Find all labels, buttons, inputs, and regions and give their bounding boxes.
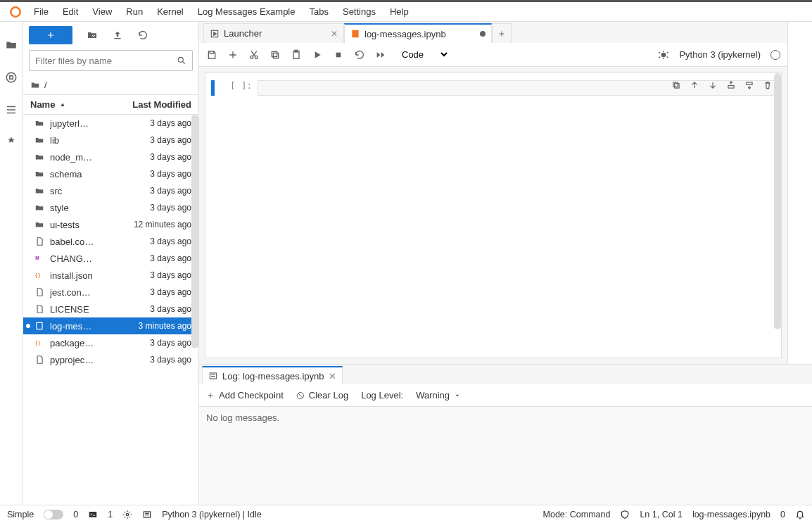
file-row[interactable]: ui-tests12 minutes ago [23,216,198,233]
svg-rect-17 [273,53,278,58]
cell-type-select[interactable]: Code [396,47,450,62]
settings-icon[interactable] [122,510,132,519]
folder-icon[interactable] [5,39,18,51]
new-launcher-button[interactable] [29,26,72,44]
file-name[interactable]: log-messages.ipynb [692,510,770,519]
close-icon[interactable]: ✕ [329,371,336,382]
menu-file[interactable]: File [27,4,56,20]
file-modified: 3 days ago [114,287,191,297]
refresh-icon[interactable] [137,30,148,41]
kernel-status-icon[interactable] [770,50,780,60]
delete-icon[interactable] [763,80,773,90]
svg-rect-21 [336,52,341,57]
running-icon[interactable] [5,71,18,84]
file-name: schema [50,169,114,179]
upload-icon[interactable] [112,30,123,41]
menu-tabs[interactable]: Tabs [303,4,336,20]
log-level-select[interactable]: Warning [416,390,461,401]
bug-icon[interactable] [658,49,669,61]
tab-notebook[interactable]: log-messages.ipynb [344,23,492,43]
file-row[interactable]: jupyterl…3 days ago [23,115,198,132]
simple-toggle[interactable] [44,510,63,519]
file-row[interactable]: jest.con…3 days ago [23,284,198,301]
add-checkpoint-button[interactable]: Add Checkpoint [206,390,284,401]
insert-below-icon[interactable] [744,80,754,90]
kernels-count[interactable]: 1 [108,510,113,519]
tab-launcher[interactable]: Launcher ✕ [203,23,344,43]
bell-icon[interactable] [795,510,805,519]
notebook-panel: Launcher ✕ log-messages.ipynb [199,22,788,364]
column-name-label[interactable]: Name [30,99,55,110]
log-tab[interactable]: Log: log-messages.ipynb ✕ [202,366,343,384]
terminals-count[interactable]: 0 [73,510,78,519]
filter-input[interactable] [35,56,177,66]
menu-kernel[interactable]: Kernel [150,4,191,20]
running-dot-icon [26,121,30,125]
copy-icon[interactable] [269,49,281,61]
mode-label[interactable]: Mode: Command [543,510,611,519]
menu-view[interactable]: View [85,4,119,20]
add-cell-icon[interactable] [227,49,239,61]
menu-help[interactable]: Help [383,4,416,20]
column-modified-label[interactable]: Last Modified [107,99,191,110]
scrollbar[interactable] [191,115,198,348]
menu-log-messages-example[interactable]: Log Messages Example [191,4,303,20]
running-dot-icon [26,358,30,362]
move-up-icon[interactable] [690,80,699,90]
activity-bar [0,22,23,505]
add-tab-button[interactable] [492,23,512,43]
menu-settings[interactable]: Settings [336,4,383,20]
fast-forward-icon[interactable] [375,49,386,61]
notification-count[interactable]: 0 [780,510,785,519]
file-row[interactable]: node_m…3 days ago [23,149,198,165]
notebook-toolbar: Code Python 3 (ipykernel) [199,43,787,67]
cursor-position[interactable]: Ln 1, Col 1 [640,510,682,519]
scrollbar[interactable] [774,73,781,329]
file-row[interactable]: style3 days ago [23,199,198,216]
tab-label: Launcher [224,28,262,39]
kernel-name[interactable]: Python 3 (ipykernel) [679,49,761,60]
log-empty-message: No log messages. [206,412,279,423]
kernel-status[interactable]: Python 3 (ipykernel) | Idle [162,510,262,519]
new-folder-icon[interactable] [87,30,98,41]
terminal-icon[interactable] [88,510,98,519]
stop-icon[interactable] [333,49,344,61]
svg-line-34 [298,393,303,398]
file-row[interactable]: MCHANG…3 days ago [23,250,198,267]
trust-icon[interactable] [620,510,630,519]
move-down-icon[interactable] [708,80,718,90]
file-filter[interactable] [29,50,193,71]
right-activity-bar [788,22,812,364]
file-row[interactable]: schema3 days ago [23,165,198,182]
file-row[interactable]: src3 days ago [23,182,198,199]
file-row[interactable]: { }install.json3 days ago [23,267,198,284]
toc-icon[interactable] [5,103,18,116]
running-dot-icon [26,138,30,142]
file-list-header: Name Last Modified [23,95,198,115]
sort-asc-icon[interactable] [59,101,66,108]
insert-above-icon[interactable] [726,80,736,90]
markdown-icon: M [34,253,44,263]
paste-icon[interactable] [291,49,302,61]
close-icon[interactable]: ✕ [331,29,338,39]
cut-icon[interactable] [248,49,260,61]
duplicate-icon[interactable] [671,80,681,90]
run-icon[interactable] [312,49,323,61]
breadcrumb[interactable]: / [23,75,198,95]
menu-edit[interactable]: Edit [56,4,85,20]
log-body: No log messages. [199,407,812,505]
restart-icon[interactable] [354,49,365,61]
menu-run[interactable]: Run [119,4,150,20]
svg-rect-14 [210,51,213,53]
extensions-icon[interactable] [5,136,18,149]
file-row[interactable]: pyprojec…3 days ago [23,351,198,368]
file-row[interactable]: lib3 days ago [23,132,198,149]
json-icon: { } [34,338,44,348]
file-row[interactable]: LICENSE3 days ago [23,301,198,317]
file-row[interactable]: { }package…3 days ago [23,334,198,351]
file-row[interactable]: babel.co…3 days ago [23,233,198,250]
list-icon[interactable] [142,510,152,519]
file-row[interactable]: log-mes…3 minutes ago [23,317,198,334]
save-icon[interactable] [206,49,217,61]
clear-log-button[interactable]: Clear Log [296,390,348,401]
